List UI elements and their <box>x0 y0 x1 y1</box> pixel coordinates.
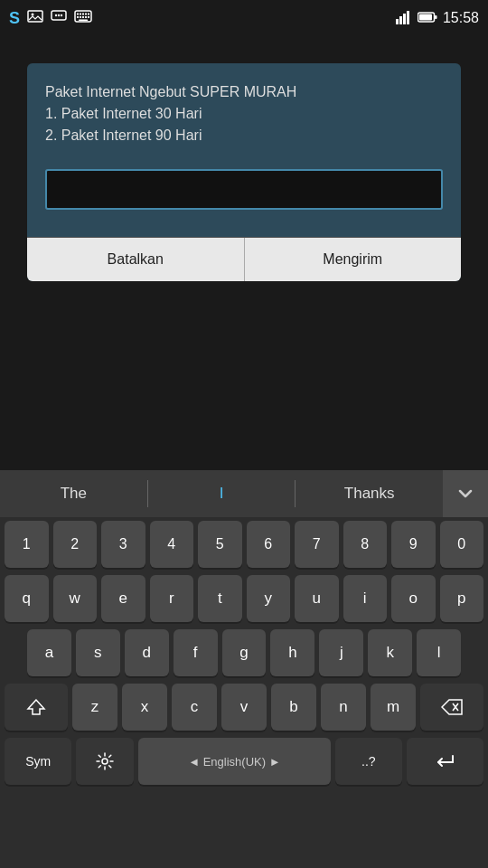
svg-point-4 <box>58 14 60 16</box>
key-l[interactable]: l <box>417 629 461 676</box>
signal-icon <box>396 10 412 27</box>
dialog: Paket Internet Ngebut SUPER MURAH 1. Pak… <box>27 63 461 281</box>
key-6[interactable]: 6 <box>247 521 291 568</box>
key-a[interactable]: a <box>27 629 71 676</box>
svg-rect-13 <box>80 16 81 18</box>
key-d[interactable]: d <box>125 629 169 676</box>
suggestion-the[interactable]: The <box>0 485 147 503</box>
svg-rect-0 <box>28 11 42 22</box>
status-left-icons: S <box>9 9 92 28</box>
status-bar: S 15:58 <box>0 0 488 36</box>
svg-rect-10 <box>85 14 87 15</box>
svg-rect-20 <box>403 14 406 24</box>
svg-rect-12 <box>77 16 79 18</box>
suggestion-thanks[interactable]: Thanks <box>296 485 443 503</box>
svg-point-5 <box>61 14 62 16</box>
samsung-s-icon: S <box>9 9 20 28</box>
svg-rect-8 <box>80 14 81 15</box>
svg-rect-18 <box>396 19 399 24</box>
key-e[interactable]: e <box>101 575 145 622</box>
key-4[interactable]: 4 <box>150 521 194 568</box>
key-7[interactable]: 7 <box>295 521 339 568</box>
sym-key[interactable]: Sym <box>5 738 71 785</box>
key-i[interactable]: i <box>343 575 388 622</box>
battery-icon <box>418 11 437 26</box>
key-t[interactable]: t <box>198 575 242 622</box>
svg-rect-23 <box>419 14 432 20</box>
clock: 15:58 <box>443 10 479 26</box>
settings-key[interactable] <box>76 738 134 785</box>
key-q[interactable]: q <box>5 575 49 622</box>
svg-rect-7 <box>77 14 79 15</box>
dialog-input[interactable] <box>45 169 443 210</box>
bottom-row: Sym ◄ English(UK) ► ..? <box>0 734 488 788</box>
svg-rect-24 <box>435 15 437 19</box>
main-area: Paket Internet Ngebut SUPER MURAH 1. Pak… <box>0 36 488 470</box>
key-0[interactable]: 0 <box>440 521 484 568</box>
svg-rect-15 <box>85 16 87 18</box>
space-key[interactable]: ◄ English(UK) ► <box>138 738 331 785</box>
suggestion-i[interactable]: I <box>148 485 296 503</box>
key-8[interactable]: 8 <box>343 521 388 568</box>
svg-point-3 <box>55 14 57 16</box>
svg-rect-17 <box>79 20 88 22</box>
key-p[interactable]: p <box>440 575 484 622</box>
key-w[interactable]: w <box>53 575 98 622</box>
punct-key[interactable]: ..? <box>335 738 402 785</box>
key-r[interactable]: r <box>150 575 194 622</box>
key-5[interactable]: 5 <box>198 521 242 568</box>
keyboard-icon <box>74 10 92 26</box>
svg-rect-21 <box>407 11 409 24</box>
key-1[interactable]: 1 <box>5 521 49 568</box>
qwerty-row: q w e r t y u i o p <box>0 571 488 626</box>
svg-rect-19 <box>399 16 402 24</box>
key-c[interactable]: c <box>172 684 217 731</box>
key-g[interactable]: g <box>222 629 267 676</box>
svg-rect-14 <box>82 16 84 18</box>
zxcv-row: z x c v b n m <box>0 680 488 734</box>
key-h[interactable]: h <box>270 629 314 676</box>
key-b[interactable]: b <box>271 684 316 731</box>
key-v[interactable]: v <box>221 684 267 731</box>
dialog-option-1: 1. Paket Internet 30 Hari <box>45 106 202 121</box>
key-m[interactable]: m <box>371 684 416 731</box>
key-k[interactable]: k <box>368 629 412 676</box>
key-9[interactable]: 9 <box>391 521 436 568</box>
key-y[interactable]: y <box>247 575 291 622</box>
key-j[interactable]: j <box>319 629 363 676</box>
keyboard-area: The I Thanks 1 2 3 4 5 6 7 8 9 0 q w e r… <box>0 470 488 868</box>
svg-point-1 <box>32 14 34 16</box>
image-icon <box>27 10 43 26</box>
send-button[interactable]: Mengirim <box>245 238 462 281</box>
suggestion-bar: The I Thanks <box>0 470 488 517</box>
key-f[interactable]: f <box>174 629 218 676</box>
key-x[interactable]: x <box>122 684 167 731</box>
dialog-title: Paket Internet Ngebut SUPER MURAH <box>45 84 296 99</box>
key-2[interactable]: 2 <box>53 521 98 568</box>
key-z[interactable]: z <box>72 684 117 731</box>
key-u[interactable]: u <box>295 575 339 622</box>
dialog-option-2: 2. Paket Internet 90 Hari <box>45 127 202 143</box>
svg-rect-16 <box>88 16 89 18</box>
key-o[interactable]: o <box>391 575 436 622</box>
dialog-body: Paket Internet Ngebut SUPER MURAH 1. Pak… <box>27 63 461 237</box>
key-3[interactable]: 3 <box>101 521 145 568</box>
number-row: 1 2 3 4 5 6 7 8 9 0 <box>0 517 488 571</box>
asdf-row: a s d f g h j k l <box>0 626 488 680</box>
svg-rect-9 <box>82 14 84 15</box>
dialog-buttons: Batalkan Mengirim <box>27 237 461 281</box>
svg-marker-25 <box>28 700 44 714</box>
key-s[interactable]: s <box>76 629 120 676</box>
bbm-icon <box>51 10 67 26</box>
enter-key[interactable] <box>407 738 483 785</box>
expand-suggestions-button[interactable] <box>443 470 488 517</box>
svg-point-28 <box>102 759 108 764</box>
key-n[interactable]: n <box>321 684 366 731</box>
backspace-key[interactable] <box>420 684 483 731</box>
cancel-button[interactable]: Batalkan <box>27 238 245 281</box>
dialog-text: Paket Internet Ngebut SUPER MURAH 1. Pak… <box>45 81 443 146</box>
suggestion-bar-inner: The I Thanks <box>0 480 443 507</box>
shift-key[interactable] <box>5 684 68 731</box>
svg-rect-11 <box>88 14 89 15</box>
status-right-icons: 15:58 <box>396 10 479 27</box>
